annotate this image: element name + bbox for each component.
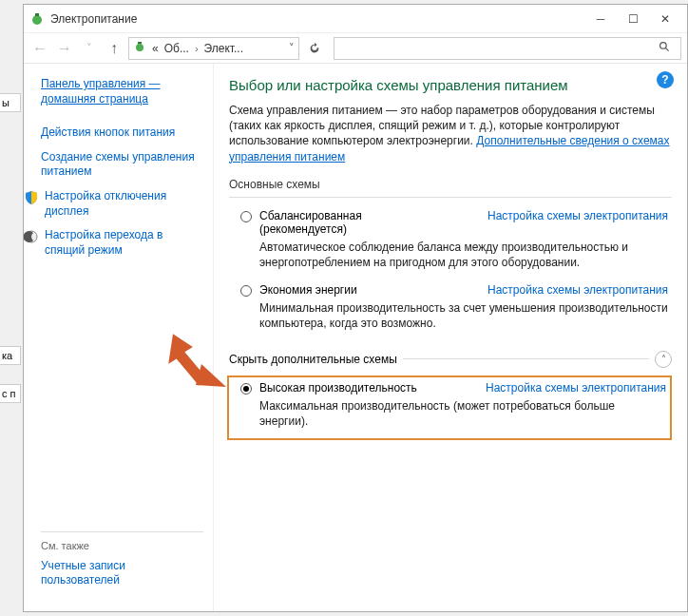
- sidebar-sleep-text: Настройка перехода в спящий режим: [45, 228, 162, 258]
- search-icon: [653, 41, 677, 56]
- sidebar-display-off-text: Настройка отключения дисплея: [45, 189, 166, 219]
- radio-powersaver[interactable]: [240, 285, 252, 297]
- plan-balanced-rec: (рекомендуется): [259, 222, 347, 236]
- sidebar-home-line2: домашняя страница: [41, 92, 148, 106]
- close-button[interactable]: ✕: [649, 6, 681, 32]
- breadcrumb-bar[interactable]: « Об... › Элект... ˅: [128, 37, 299, 60]
- crumb-prefix: «: [152, 42, 159, 55]
- svg-rect-3: [138, 42, 142, 44]
- sidebar-display-off-l2: дисплея: [45, 204, 88, 218]
- shield-icon: [24, 190, 39, 205]
- section-additional-label: Скрыть дополнительные схемы: [229, 353, 397, 366]
- configure-highperf-link[interactable]: Настройка схемы электропитания: [486, 381, 666, 395]
- highlighted-plan-box: Высокая производительность Настройка схе…: [227, 375, 672, 440]
- refresh-button[interactable]: [303, 37, 326, 60]
- plan-powersaver: Экономия энергии Настройка схемы электро…: [229, 279, 672, 340]
- sidebar-button-actions[interactable]: Действия кнопок питания: [41, 125, 203, 141]
- breadcrumb-dropdown[interactable]: ˅: [289, 42, 295, 54]
- sidebar-user-accounts-l2: пользователей: [41, 573, 120, 587]
- sidebar-sleep[interactable]: Настройка перехода в спящий режим: [24, 228, 203, 258]
- configure-balanced-link[interactable]: Настройка схемы электропитания: [487, 209, 668, 222]
- address-row: ← → ˅ ↑ « Об... › Элект... ˅: [24, 33, 687, 64]
- moon-icon: [24, 229, 39, 244]
- plan-highperf-desc: Максимальная производительность (может п…: [259, 398, 666, 429]
- main-content: ? Выбор или настройка схемы управления п…: [214, 64, 687, 611]
- forward-button[interactable]: →: [54, 38, 75, 59]
- sidebar-create-plan[interactable]: Создание схемы управления питанием: [41, 150, 203, 180]
- bg-chip: ка: [0, 346, 21, 365]
- sidebar-sleep-l1: Настройка перехода в: [45, 228, 162, 241]
- plan-highperf-title: Высокая производительность: [259, 381, 417, 395]
- app-icon: [29, 11, 45, 27]
- svg-point-4: [660, 42, 667, 48]
- plan-highperf-name[interactable]: Высокая производительность: [259, 381, 476, 395]
- help-icon[interactable]: ?: [657, 71, 674, 88]
- section-additional-plans[interactable]: Скрыть дополнительные схемы ˄: [229, 351, 672, 368]
- svg-point-2: [136, 44, 143, 51]
- app-icon-small: [133, 40, 146, 56]
- plan-balanced-desc: Автоматическое соблюдение баланса между …: [259, 240, 668, 270]
- sidebar-user-accounts-l1: Учетные записи: [41, 559, 125, 572]
- minimize-button[interactable]: ─: [584, 6, 617, 32]
- svg-rect-1: [35, 13, 39, 16]
- maximize-button[interactable]: ☐: [617, 6, 649, 32]
- see-also-label: См. также: [41, 540, 203, 551]
- plan-powersaver-name[interactable]: Экономия энергии: [259, 283, 478, 297]
- power-options-window: Электропитание ─ ☐ ✕ ← → ˅ ↑ « Об... › Э…: [23, 4, 688, 612]
- window-title: Электропитание: [50, 12, 584, 26]
- sidebar-create-plan-l2: питанием: [41, 164, 92, 178]
- chevron-right-icon: ›: [195, 43, 199, 54]
- sidebar-home-line1: Панель управления —: [41, 77, 161, 90]
- search-input[interactable]: [338, 42, 647, 55]
- up-button[interactable]: ↑: [104, 38, 124, 59]
- configure-powersaver-link[interactable]: Настройка схемы электропитания: [487, 283, 668, 297]
- plan-powersaver-desc: Минимальная производительность за счет у…: [259, 300, 668, 331]
- section-basic-plans: Основные схемы: [229, 178, 672, 191]
- plan-balanced-title: Сбалансированная: [259, 209, 362, 222]
- radio-highperf[interactable]: [240, 383, 252, 395]
- svg-point-0: [32, 15, 42, 25]
- titlebar: Электропитание ─ ☐ ✕: [24, 5, 687, 33]
- sidebar: Панель управления — домашняя страница Де…: [24, 64, 214, 611]
- body: Панель управления — домашняя страница Де…: [24, 64, 687, 611]
- sidebar-home[interactable]: Панель управления — домашняя страница: [41, 77, 203, 106]
- plan-balanced-name[interactable]: Сбалансированная (рекомендуется): [259, 209, 478, 236]
- sidebar-footer: См. также Учетные записи пользователей: [41, 531, 203, 598]
- crumb-2[interactable]: Элект...: [204, 42, 243, 55]
- bg-chip: ы: [0, 93, 21, 112]
- sidebar-display-off-l1: Настройка отключения: [45, 189, 166, 202]
- collapse-icon[interactable]: ˄: [655, 351, 672, 368]
- page-title: Выбор или настройка схемы управления пит…: [229, 77, 649, 93]
- sidebar-user-accounts[interactable]: Учетные записи пользователей: [41, 559, 203, 588]
- divider: [41, 531, 203, 532]
- sidebar-create-plan-l1: Создание схемы управления: [41, 150, 195, 164]
- crumb-1[interactable]: Об...: [164, 42, 189, 55]
- recent-dropdown[interactable]: ˅: [79, 38, 100, 59]
- svg-line-5: [665, 48, 668, 50]
- plan-powersaver-title: Экономия энергии: [259, 283, 357, 297]
- divider: [229, 197, 672, 198]
- search-box[interactable]: [334, 37, 681, 60]
- back-button[interactable]: ←: [29, 38, 50, 59]
- divider: [403, 358, 649, 359]
- radio-balanced[interactable]: [240, 211, 252, 222]
- sidebar-display-off[interactable]: Настройка отключения дисплея: [24, 189, 203, 219]
- page-description: Схема управления питанием — это набор па…: [229, 103, 672, 164]
- plan-balanced: Сбалансированная (рекомендуется) Настрой…: [229, 205, 672, 279]
- sidebar-sleep-l2: спящий режим: [45, 243, 123, 257]
- bg-chip: с п: [0, 384, 21, 403]
